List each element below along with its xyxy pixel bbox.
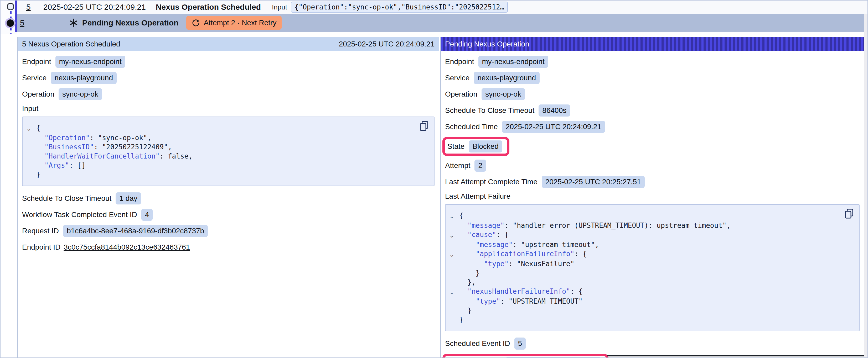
copy-button[interactable]: [419, 120, 430, 132]
event-history-row-scheduled[interactable]: 5 2025-02-25 UTC 20:24:09.21 Nexus Opera…: [17, 1, 867, 14]
code-line: }: [449, 268, 841, 278]
copy-icon: [419, 121, 429, 131]
field-schedule-to-close: Schedule To Close Timeout 86400s: [445, 104, 860, 117]
pending-asterisk-icon: [69, 19, 78, 27]
retry-badge-label: Attempt 2 · Next Retry: [204, 19, 276, 27]
field-value-pill: 4: [141, 209, 153, 221]
vertical-scrollbar[interactable]: [864, 14, 867, 357]
retry-badge: Attempt 2 · Next Retry: [186, 16, 282, 30]
event-detail-panel-pending: Pending Nexus Operation Endpoint my-nexu…: [440, 37, 864, 358]
field-value-pill: 1 day: [116, 192, 141, 204]
field-label: Service: [445, 74, 469, 82]
field-service: Service nexus-playground: [445, 72, 860, 84]
code-text: {: [36, 123, 40, 133]
field-endpoint: Endpoint my-nexus-endpoint: [445, 56, 860, 68]
pending-event-dot-icon: [6, 20, 14, 27]
field-scheduled-time: Scheduled Time 2025-02-25 UTC 20:24:09.2…: [445, 121, 860, 133]
code-text: "message": "handler error (UPSTREAM_TIME…: [459, 221, 731, 230]
code-text: },: [459, 278, 476, 287]
code-line: }: [26, 170, 415, 179]
code-text: "Operation": "sync-op-ok",: [36, 133, 151, 142]
copy-button[interactable]: [844, 208, 855, 220]
event-id-link[interactable]: 5: [26, 3, 31, 11]
collapse-chevron-icon[interactable]: ⌄: [449, 230, 459, 240]
collapse-chevron-icon[interactable]: ⌄: [449, 287, 459, 297]
event-id-link[interactable]: 5: [20, 19, 25, 27]
code-line: ⌄ "applicationFailureInfo": {: [449, 249, 841, 259]
code-gutter: [26, 152, 36, 161]
failure-section-label: Last Attempt Failure: [445, 192, 860, 200]
event-time: 2025-02-25 UTC 20:24:09.21: [43, 3, 146, 11]
field-state: State Blocked: [447, 140, 502, 153]
field-service: Service nexus-playground: [22, 72, 435, 84]
input-label: Input: [272, 3, 287, 11]
blocked-reason-annotation-box: Blocked Reason The circuit breaker is op…: [442, 354, 609, 358]
field-label: Request ID: [22, 227, 59, 235]
field-value-pill: 86400s: [538, 104, 570, 117]
field-endpoint: Endpoint my-nexus-endpoint: [22, 56, 435, 68]
code-line: ⌄ "cause": {: [449, 230, 841, 240]
input-json-viewer: ⌄{ "Operation": "sync-op-ok", "BusinessI…: [22, 117, 435, 186]
collapse-chevron-icon[interactable]: ⌄: [449, 211, 459, 221]
code-line: "type": "UPSTREAM_TIMEOUT": [449, 297, 841, 306]
field-label: Workflow Task Completed Event ID: [22, 210, 137, 219]
code-gutter: [26, 142, 36, 152]
field-label: Last Attempt Complete Time: [445, 178, 537, 186]
code-text: }: [459, 268, 480, 278]
code-gutter: [449, 315, 459, 324]
field-value-pill: b1c6a4bc-8ee7-468a-9169-df3b02c8737b: [63, 225, 208, 237]
code-text: "message": "upstream timeout",: [459, 240, 599, 249]
field-value-pill: 2025-02-25 UTC 20:25:27.51: [542, 176, 645, 188]
code-line: ⌄{: [449, 211, 841, 221]
code-gutter: [449, 268, 459, 278]
panel-header-scheduled: 5 Nexus Operation Scheduled 2025-02-25 U…: [18, 37, 439, 51]
code-gutter: [26, 170, 36, 179]
field-label: Scheduled Time: [445, 123, 498, 131]
code-gutter: [449, 221, 459, 230]
code-gutter: [449, 240, 459, 249]
field-schedule-to-close: Schedule To Close Timeout 1 day: [22, 192, 435, 204]
event-title: Pending Nexus Operation: [82, 19, 179, 27]
field-scheduled-event-id: Scheduled Event ID 5: [445, 337, 860, 350]
code-line: ⌄ "nexusHandlerFailureInfo": {: [449, 287, 841, 297]
field-value-pill: sync-op-ok: [59, 88, 102, 100]
field-operation: Operation sync-op-ok: [22, 88, 435, 100]
code-line: "message": "handler error (UPSTREAM_TIME…: [449, 221, 841, 230]
field-value-pill: 5: [515, 337, 526, 350]
field-value-pill: 2025-02-25 UTC 20:24:09.21: [502, 121, 605, 133]
code-text: "type": "UPSTREAM_TIMEOUT": [459, 297, 583, 306]
active-event-bar: [15, 1, 17, 32]
endpoint-id-link[interactable]: 3c0c75ccfa8144b092c13ce632463761: [64, 241, 190, 253]
field-value-pill: my-nexus-endpoint: [56, 56, 125, 68]
code-gutter: [449, 306, 459, 315]
panel-time: 2025-02-25 UTC 20:24:09.21: [339, 40, 435, 48]
field-label: Schedule To Close Timeout: [22, 194, 112, 203]
code-line: }: [449, 315, 841, 324]
field-value-pill: sync-op-ok: [482, 88, 525, 100]
event-circle-icon: [7, 3, 14, 10]
code-text: }: [459, 306, 471, 315]
event-detail-panel-scheduled: 5 Nexus Operation Scheduled 2025-02-25 U…: [17, 37, 439, 358]
code-gutter: [449, 278, 459, 287]
field-value-pill: my-nexus-endpoint: [478, 56, 548, 68]
field-label: Endpoint: [445, 58, 474, 66]
field-label: Endpoint: [22, 58, 51, 66]
field-label: Service: [22, 74, 46, 82]
failure-json-viewer: ⌄{ "message": "handler error (UPSTREAM_T…: [445, 204, 860, 331]
collapse-chevron-icon[interactable]: ⌄: [26, 123, 36, 133]
code-text: "type": "NexusFailure": [459, 259, 574, 268]
code-line: },: [449, 278, 841, 287]
panel-header-pending: Pending Nexus Operation: [441, 37, 864, 51]
input-section-label: Input: [22, 104, 435, 113]
retry-icon: [191, 19, 200, 27]
event-history-row-pending[interactable]: 5 Pending Nexus Operation Attempt 2 · Ne…: [17, 14, 867, 32]
code-line: ⌄{: [26, 123, 415, 133]
code-text: "HandlerWaitForCancellation": false,: [36, 152, 192, 161]
field-wft-completed-event-id: Workflow Task Completed Event ID 4: [22, 209, 435, 221]
code-text: "applicationFailureInfo": {: [459, 249, 587, 259]
code-gutter: [26, 133, 36, 142]
collapse-chevron-icon[interactable]: ⌄: [449, 249, 459, 259]
code-line: "BusinessID": "20250225122409",: [26, 142, 415, 152]
code-text: "nexusHandlerFailureInfo": {: [459, 287, 583, 297]
field-attempt: Attempt 2: [445, 160, 860, 172]
